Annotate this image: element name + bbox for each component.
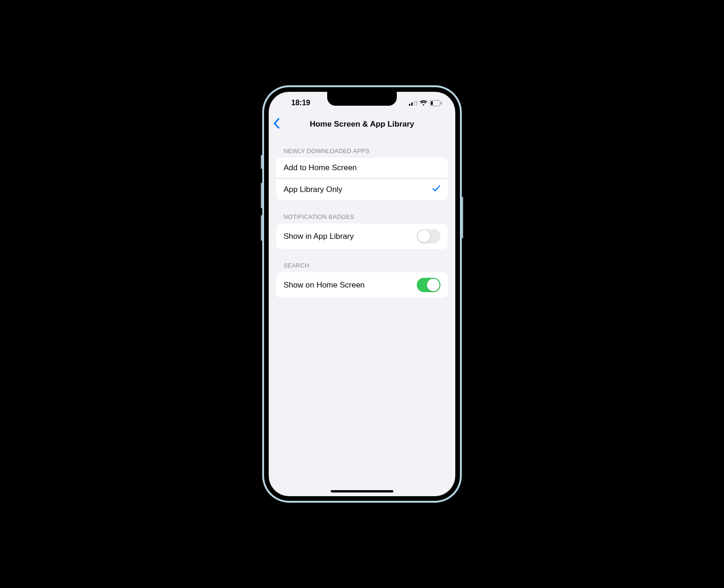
svg-rect-3 xyxy=(416,100,417,106)
svg-rect-2 xyxy=(414,101,415,106)
chevron-left-icon xyxy=(273,118,280,130)
section-header-newly-downloaded: Newly Downloaded Apps xyxy=(276,134,448,158)
option-add-to-home-screen[interactable]: Add to Home Screen xyxy=(276,158,448,178)
volume-up-button xyxy=(261,183,262,208)
group-newly-downloaded: Add to Home Screen App Library Only xyxy=(276,158,448,200)
battery-icon xyxy=(430,100,442,106)
svg-rect-6 xyxy=(441,102,442,104)
volume-down-button xyxy=(261,215,262,241)
option-label: App Library Only xyxy=(284,185,343,194)
navigation-bar: Home Screen & App Library xyxy=(269,114,455,134)
power-button xyxy=(462,197,463,238)
row-label: Show in App Library xyxy=(284,232,354,241)
row-show-on-home-screen[interactable]: Show on Home Screen xyxy=(276,272,448,298)
svg-rect-5 xyxy=(431,101,433,105)
toggle-show-in-app-library[interactable] xyxy=(417,229,440,243)
row-label: Show on Home Screen xyxy=(284,281,365,290)
svg-rect-1 xyxy=(411,102,413,106)
back-button[interactable] xyxy=(273,118,280,130)
checkmark-icon xyxy=(432,184,440,195)
wifi-icon xyxy=(420,100,427,106)
section-header-notification-badges: Notification Badges xyxy=(276,200,448,224)
row-show-in-app-library[interactable]: Show in App Library xyxy=(276,224,448,249)
home-indicator[interactable] xyxy=(331,490,394,492)
svg-rect-0 xyxy=(409,104,410,106)
status-time: 18:19 xyxy=(284,99,317,107)
group-search: Show on Home Screen xyxy=(276,272,448,298)
toggle-knob xyxy=(418,230,430,243)
option-app-library-only[interactable]: App Library Only xyxy=(276,178,448,200)
toggle-show-on-home-screen[interactable] xyxy=(417,278,440,292)
page-title: Home Screen & App Library xyxy=(310,120,414,129)
option-label: Add to Home Screen xyxy=(284,163,357,173)
notch xyxy=(327,92,397,106)
section-header-search: Search xyxy=(276,249,448,272)
phone-frame: 18:19 xyxy=(262,85,462,503)
screen: 18:19 xyxy=(269,92,455,496)
toggle-knob xyxy=(427,279,440,291)
cellular-signal-icon xyxy=(409,100,417,106)
silence-switch xyxy=(261,155,262,169)
group-notification-badges: Show in App Library xyxy=(276,224,448,249)
